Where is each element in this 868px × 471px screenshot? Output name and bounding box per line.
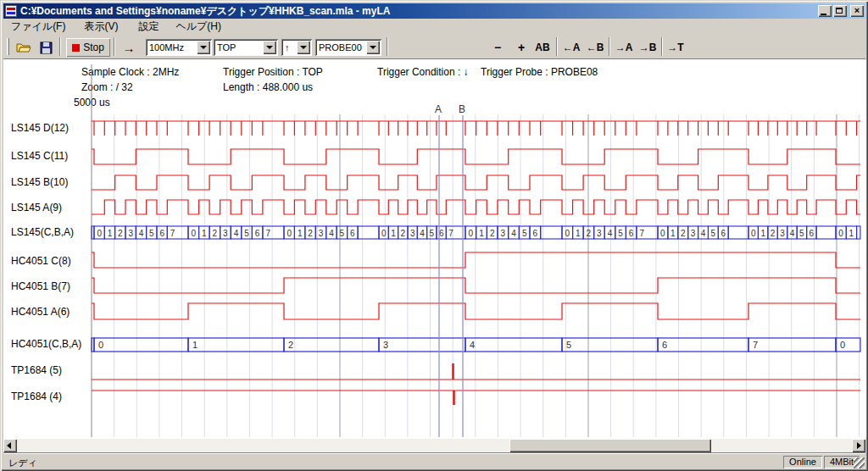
- scroll-left-button[interactable]: [3, 439, 17, 452]
- bus-value: 5: [618, 229, 623, 238]
- toolbar-separator: [59, 37, 61, 56]
- bus-value: 2: [118, 229, 123, 238]
- bus-value: 7: [265, 229, 270, 238]
- minimize-button[interactable]: [818, 5, 832, 17]
- dropdown-arrow-icon[interactable]: [197, 41, 210, 54]
- dropdown-arrow-icon[interactable]: [366, 41, 380, 54]
- bus-value: 1: [670, 229, 676, 238]
- ab-span-button[interactable]: AB: [532, 38, 553, 57]
- bus-value: 4: [511, 229, 516, 238]
- zoom-in-button[interactable]: +: [514, 38, 529, 57]
- save-floppy-icon: [40, 42, 53, 54]
- window-title: C:¥Documents and Settings¥noname¥デスクトップ¥…: [20, 4, 816, 19]
- bus-box: [562, 338, 658, 352]
- bus-value: 6: [255, 229, 260, 238]
- bus-box: [284, 338, 379, 352]
- bus-value: 0: [381, 229, 387, 238]
- bus-value: 0: [565, 229, 570, 238]
- bus-value: 2: [288, 340, 293, 350]
- maximize-button[interactable]: [833, 5, 847, 17]
- menu-view[interactable]: 表示(V): [78, 19, 124, 35]
- bus-value: 0: [840, 340, 845, 350]
- scroll-right-button[interactable]: [852, 439, 865, 452]
- channel-trace-1: [92, 149, 860, 164]
- stop-button[interactable]: Stop: [66, 38, 110, 57]
- goto-cursor-b-button[interactable]: ←B: [585, 38, 605, 57]
- waveform-client-area[interactable]: Sample Clock : 2MHz Trigger Position : T…: [3, 60, 866, 439]
- toolbar-separator: [114, 37, 115, 56]
- bus-value: 0: [838, 229, 843, 238]
- bus-value: 3: [780, 229, 785, 238]
- bus-value: 0: [660, 229, 665, 238]
- scroll-right-icon: [857, 442, 861, 449]
- bus-value: 1: [192, 340, 198, 350]
- bus-value: 4: [234, 229, 239, 238]
- bus-value: 3: [691, 229, 696, 238]
- dropdown-arrow-icon[interactable]: [263, 41, 276, 54]
- status-online: Online: [783, 456, 822, 468]
- close-button[interactable]: ×: [850, 5, 864, 17]
- bus-value: 1: [108, 229, 113, 238]
- channel-trace-5: [92, 252, 860, 268]
- bus-box: [541, 226, 562, 239]
- open-button[interactable]: [14, 38, 34, 57]
- trigger-probe-value: PROBE00: [319, 42, 362, 53]
- goto-cursor-a-button[interactable]: ←A: [561, 38, 581, 57]
- bus-box: [857, 226, 860, 239]
- bus-value: 6: [439, 229, 444, 238]
- title-bar[interactable]: C:¥Documents and Settings¥noname¥デスクトップ¥…: [3, 3, 865, 19]
- toolbar-separator: [609, 37, 610, 56]
- bus-box: [748, 338, 836, 352]
- trigger-edge-combobox[interactable]: ↑: [281, 39, 312, 56]
- bus-value: 3: [597, 229, 602, 238]
- bus-value: 3: [319, 229, 324, 238]
- app-icon[interactable]: [5, 5, 17, 17]
- goto-trigger-button[interactable]: →T: [666, 38, 685, 57]
- bus-value: 5: [340, 229, 345, 238]
- zoom-out-button[interactable]: −: [490, 38, 505, 57]
- bus-value: 3: [128, 229, 133, 238]
- bus-value: 4: [420, 229, 425, 238]
- horizontal-scrollbar[interactable]: [3, 439, 865, 452]
- open-folder-icon: [16, 42, 31, 53]
- trigger-probe-combobox[interactable]: PROBE00: [315, 39, 381, 56]
- channel-trace-6: [92, 278, 860, 293]
- bus-value: 5: [799, 229, 804, 238]
- bus-value: 2: [401, 229, 406, 238]
- scrollbar-thumb[interactable]: [509, 439, 711, 452]
- waveform-plot[interactable]: 0123456701234567012345601234567012345601…: [3, 60, 866, 439]
- bus-value: 0: [287, 229, 292, 238]
- menu-bar: ファイル(F) 表示(V) 設定 ヘルプ(H): [3, 19, 865, 34]
- set-cursor-b-button[interactable]: →B: [637, 38, 658, 57]
- run-button[interactable]: →: [119, 38, 139, 57]
- trigger-position-value: TOP: [217, 42, 236, 53]
- bus-value: 7: [448, 229, 453, 238]
- save-button[interactable]: [36, 38, 56, 57]
- bus-box: [188, 338, 284, 352]
- trigger-position-combobox[interactable]: TOP: [214, 39, 278, 56]
- bus-value: 5: [430, 229, 435, 238]
- bus-value: 4: [790, 229, 795, 238]
- bus-value: 1: [849, 229, 854, 238]
- status-ready: レディ: [8, 457, 37, 469]
- sample-clock-combobox[interactable]: 100MHz: [146, 39, 212, 56]
- menu-settings[interactable]: 設定: [132, 19, 164, 35]
- stop-icon: [72, 44, 80, 52]
- toolbar-grip: [7, 38, 9, 55]
- dropdown-arrow-icon[interactable]: [297, 41, 310, 54]
- bus-box: [358, 226, 379, 239]
- bus-value: 2: [771, 229, 776, 238]
- toolbar: Stop → 100MHz TOP ↑ PROBE00 − + AB ←A ←B…: [3, 34, 865, 59]
- resize-grip[interactable]: [854, 457, 865, 468]
- bus-value: 6: [721, 229, 726, 238]
- menu-file[interactable]: ファイル(F): [5, 19, 71, 35]
- set-cursor-a-button[interactable]: →A: [614, 38, 634, 57]
- bus-value: 5: [566, 340, 571, 350]
- bus-value: 2: [587, 229, 592, 238]
- stop-label: Stop: [83, 42, 104, 53]
- bus-value: 4: [329, 229, 334, 238]
- maximize-icon: [836, 8, 843, 14]
- menu-help[interactable]: ヘルプ(H): [170, 19, 227, 35]
- bus-value: 0: [98, 340, 103, 350]
- bus-value: 6: [159, 229, 164, 238]
